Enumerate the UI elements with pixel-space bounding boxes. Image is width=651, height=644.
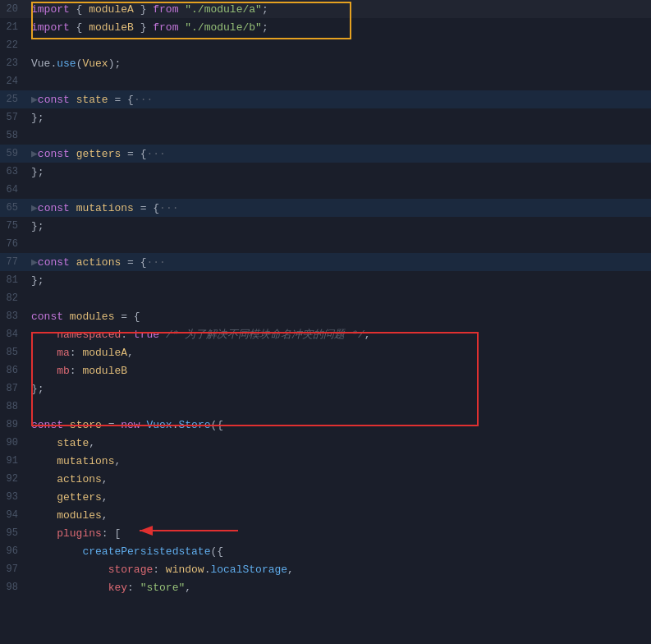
line-number: 76	[0, 238, 31, 250]
line-number: 75	[0, 220, 31, 232]
line-number: 65	[0, 202, 31, 214]
code-line: 20import { moduleA } from "./module/a";	[0, 0, 651, 18]
line-number: 83	[0, 310, 31, 322]
code-line: 95 plugins: [	[0, 524, 651, 542]
line-content: ▶const mutations = {···	[31, 201, 651, 214]
line-number: 87	[0, 383, 31, 394]
code-line: 65▶const mutations = {···	[0, 199, 651, 217]
code-line: 24	[0, 72, 651, 90]
line-content: getters,	[31, 491, 651, 504]
code-line: 83const modules = {	[0, 307, 651, 325]
code-line: 88	[0, 398, 651, 416]
line-content: };	[31, 220, 651, 232]
line-content: key: "store",	[31, 582, 651, 594]
code-line: 93 getters,	[0, 488, 651, 506]
line-number: 81	[0, 274, 31, 286]
code-line: 76	[0, 235, 651, 253]
code-line: 94 modules,	[0, 506, 651, 524]
code-line: 89const store = new Vuex.Store({	[0, 416, 651, 434]
line-content	[31, 184, 651, 196]
code-line: 64	[0, 181, 651, 199]
line-number: 95	[0, 527, 31, 539]
line-content: ma: moduleA,	[31, 347, 651, 359]
line-number: 91	[0, 455, 31, 467]
line-content	[31, 39, 651, 52]
code-line: 96 createPersistedstate({	[0, 542, 651, 560]
line-content: Vue.use(Vuex);	[31, 58, 651, 70]
line-number: 77	[0, 256, 31, 268]
line-number: 97	[0, 564, 31, 575]
line-number: 20	[0, 3, 31, 15]
line-number: 57	[0, 112, 31, 123]
code-line: 63};	[0, 163, 651, 181]
line-content: ▶const actions = {···	[31, 255, 651, 269]
code-line: 97 storage: window.localStorage,	[0, 560, 651, 578]
line-number: 63	[0, 166, 31, 177]
code-line: 21import { moduleB } from "./module/b";	[0, 18, 651, 36]
line-content: storage: window.localStorage,	[31, 564, 651, 576]
line-content: const store = new Vuex.Store({	[31, 419, 651, 431]
line-content	[31, 130, 651, 142]
line-content: ▶const state = {···	[31, 93, 651, 106]
line-number: 98	[0, 582, 31, 593]
line-number: 82	[0, 292, 31, 304]
line-number: 85	[0, 347, 31, 358]
line-content: state,	[31, 437, 651, 449]
line-number: 88	[0, 401, 31, 412]
line-content	[31, 292, 651, 305]
line-number: 59	[0, 148, 31, 159]
code-editor: 20import { moduleA } from "./module/a";2…	[0, 0, 651, 644]
line-number: 94	[0, 509, 31, 521]
line-content: plugins: [	[31, 527, 651, 540]
line-number: 92	[0, 473, 31, 485]
line-content: mb: moduleB	[31, 365, 651, 377]
line-number: 84	[0, 329, 31, 340]
code-line: 90 state,	[0, 434, 651, 452]
code-line: 87};	[0, 380, 651, 398]
line-content: modules,	[31, 509, 651, 522]
line-number: 96	[0, 545, 31, 557]
code-line: 92 actions,	[0, 470, 651, 488]
line-content: const modules = {	[31, 310, 651, 323]
code-line: 86 mb: moduleB	[0, 361, 651, 380]
line-content: };	[31, 112, 651, 124]
line-content	[31, 76, 651, 88]
code-line: 98 key: "store",	[0, 578, 651, 596]
line-content: };	[31, 166, 651, 178]
code-line: 57};	[0, 108, 651, 126]
code-line: 81};	[0, 271, 651, 289]
line-content	[31, 401, 651, 413]
code-line: 23Vue.use(Vuex);	[0, 54, 651, 72]
line-number: 25	[0, 94, 31, 105]
code-line: 59▶const getters = {···	[0, 145, 651, 163]
line-number: 89	[0, 419, 31, 430]
line-number: 64	[0, 184, 31, 196]
code-line: 91 mutations,	[0, 452, 651, 470]
line-content: namespaced: true /* 为了解决不同模块命名冲突的问题 */,	[31, 327, 651, 342]
line-content: import { moduleA } from "./module/a";	[31, 3, 651, 16]
line-content: import { moduleB } from "./module/b";	[31, 21, 651, 34]
line-content	[31, 238, 651, 251]
code-line: 25▶const state = {···	[0, 90, 651, 108]
line-number: 21	[0, 21, 31, 33]
line-content: };	[31, 383, 651, 395]
code-line: 22	[0, 36, 651, 54]
code-line: 77▶const actions = {···	[0, 253, 651, 271]
line-number: 24	[0, 76, 31, 87]
code-line: 75};	[0, 217, 651, 235]
line-content: createPersistedstate({	[31, 545, 651, 558]
line-content: mutations,	[31, 455, 651, 467]
code-line: 82	[0, 289, 651, 307]
line-content: };	[31, 274, 651, 287]
code-line: 58	[0, 126, 651, 145]
line-number: 86	[0, 365, 31, 376]
line-number: 23	[0, 58, 31, 69]
code-line: 84 namespaced: true /* 为了解决不同模块命名冲突的问题 *…	[0, 325, 651, 343]
code-line: 85 ma: moduleA,	[0, 343, 651, 361]
line-number: 93	[0, 491, 31, 503]
line-content: ▶const getters = {···	[31, 147, 651, 160]
line-number: 22	[0, 39, 31, 51]
line-content: actions,	[31, 473, 651, 485]
line-number: 58	[0, 130, 31, 141]
line-number: 90	[0, 437, 31, 448]
